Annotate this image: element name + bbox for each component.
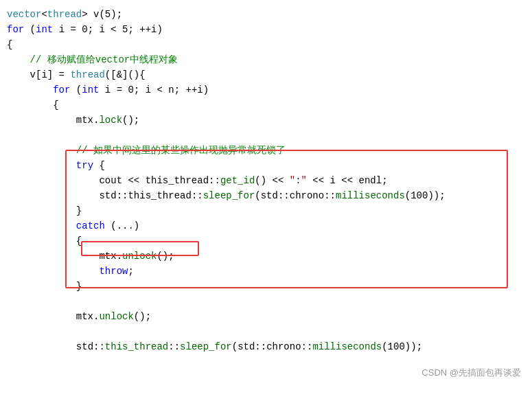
code-line-2: for (int i = 0; i < 5; ++i) [0,22,532,37]
code-line-23: std::this_thread::sleep_for(std::chrono:… [0,339,532,354]
inner-highlight-box [81,241,199,256]
code-line-9 [0,128,532,143]
code-line-8: mtx.lock(); [0,113,532,128]
code-line-20 [0,294,532,309]
code-line-7: { [0,98,532,113]
code-line-3: { [0,37,532,52]
code-container: vector<thread> v(5); for (int i = 0; i <… [0,0,532,385]
code-line-1: vector<thread> v(5); [0,7,532,22]
watermark: CSDN @先搞面包再谈爱 [421,367,521,379]
code-line-6: for (int i = 0; i < n; ++i) [0,82,532,98]
code-line-4: // 移动赋值给vector中线程对象 [0,52,532,67]
outer-highlight-box [65,150,508,288]
code-line-21: mtx.unlock(); [0,309,532,324]
code-line-22 [0,324,532,339]
type-vector: vector [7,7,41,22]
code-line-5: v[i] = thread([&](){ [0,67,532,82]
